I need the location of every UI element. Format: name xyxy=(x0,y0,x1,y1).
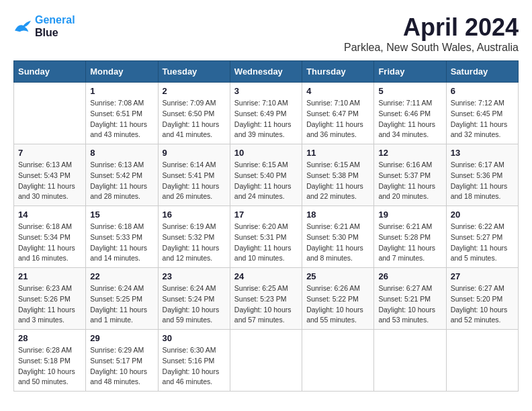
calendar-cell: 1Sunrise: 7:08 AMSunset: 6:51 PMDaylight… xyxy=(86,83,158,144)
calendar-cell xyxy=(374,330,446,392)
day-number: 14 xyxy=(18,210,81,220)
day-number: 15 xyxy=(90,210,153,220)
day-number: 27 xyxy=(451,271,514,281)
day-info: Sunrise: 6:25 AMSunset: 5:23 PMDaylight:… xyxy=(234,283,298,326)
calendar-cell xyxy=(230,330,302,392)
calendar-cell: 23Sunrise: 6:24 AMSunset: 5:24 PMDayligh… xyxy=(158,268,230,330)
day-number: 11 xyxy=(306,148,369,158)
day-number: 24 xyxy=(234,271,298,281)
day-number: 21 xyxy=(18,271,81,281)
calendar-cell xyxy=(446,330,518,392)
header-day-sunday: Sunday xyxy=(14,61,86,83)
day-info: Sunrise: 6:14 AMSunset: 5:41 PMDaylight:… xyxy=(163,160,226,202)
day-info: Sunrise: 6:29 AMSunset: 5:17 PMDaylight:… xyxy=(90,345,153,387)
day-info: Sunrise: 6:21 AMSunset: 5:30 PMDaylight:… xyxy=(306,222,369,264)
calendar-cell: 11Sunrise: 6:15 AMSunset: 5:38 PMDayligh… xyxy=(302,144,374,206)
calendar-week-5: 28Sunrise: 6:28 AMSunset: 5:18 PMDayligh… xyxy=(14,330,519,392)
calendar-cell: 13Sunrise: 6:17 AMSunset: 5:36 PMDayligh… xyxy=(446,144,518,206)
header-day-wednesday: Wednesday xyxy=(230,61,302,83)
day-info: Sunrise: 6:30 AMSunset: 5:16 PMDaylight:… xyxy=(163,345,226,387)
day-number: 20 xyxy=(451,210,514,220)
day-info: Sunrise: 6:15 AMSunset: 5:40 PMDaylight:… xyxy=(234,160,298,202)
day-number: 18 xyxy=(306,210,369,220)
day-info: Sunrise: 7:10 AMSunset: 6:47 PMDaylight:… xyxy=(306,98,369,140)
day-number: 8 xyxy=(90,148,153,158)
day-info: Sunrise: 6:24 AMSunset: 5:25 PMDaylight:… xyxy=(90,283,153,326)
day-info: Sunrise: 6:23 AMSunset: 5:26 PMDaylight:… xyxy=(18,283,81,326)
calendar-cell: 27Sunrise: 6:27 AMSunset: 5:20 PMDayligh… xyxy=(446,268,518,330)
calendar-cell: 8Sunrise: 6:13 AMSunset: 5:42 PMDaylight… xyxy=(86,144,158,206)
calendar-cell: 14Sunrise: 6:18 AMSunset: 5:34 PMDayligh… xyxy=(14,206,86,268)
page-subtitle: Parklea, New South Wales, Australia xyxy=(344,42,519,54)
day-number: 22 xyxy=(90,271,153,281)
day-number: 19 xyxy=(378,210,441,220)
day-info: Sunrise: 6:15 AMSunset: 5:38 PMDaylight:… xyxy=(306,160,369,202)
day-number: 16 xyxy=(163,210,226,220)
day-info: Sunrise: 6:17 AMSunset: 5:36 PMDaylight:… xyxy=(451,160,514,202)
calendar-cell: 22Sunrise: 6:24 AMSunset: 5:25 PMDayligh… xyxy=(86,268,158,330)
day-info: Sunrise: 7:10 AMSunset: 6:49 PMDaylight:… xyxy=(234,98,298,140)
day-info: Sunrise: 6:24 AMSunset: 5:24 PMDaylight:… xyxy=(163,283,226,326)
day-info: Sunrise: 6:18 AMSunset: 5:34 PMDaylight:… xyxy=(18,222,81,264)
calendar-cell xyxy=(14,83,86,144)
day-info: Sunrise: 6:19 AMSunset: 5:32 PMDaylight:… xyxy=(163,222,226,264)
day-number: 6 xyxy=(451,86,514,96)
calendar-cell: 15Sunrise: 6:18 AMSunset: 5:33 PMDayligh… xyxy=(86,206,158,268)
calendar-week-1: 1Sunrise: 7:08 AMSunset: 6:51 PMDaylight… xyxy=(14,83,519,144)
calendar-week-3: 14Sunrise: 6:18 AMSunset: 5:34 PMDayligh… xyxy=(14,206,519,268)
day-info: Sunrise: 6:27 AMSunset: 5:21 PMDaylight:… xyxy=(378,283,441,326)
page-header: General Blue April 2024 Parklea, New Sou… xyxy=(13,13,519,54)
day-number: 9 xyxy=(163,148,226,158)
day-number: 7 xyxy=(18,148,81,158)
day-number: 4 xyxy=(306,86,369,96)
day-number: 23 xyxy=(163,271,226,281)
header-day-tuesday: Tuesday xyxy=(158,61,230,83)
header-day-friday: Friday xyxy=(374,61,446,83)
calendar-week-4: 21Sunrise: 6:23 AMSunset: 5:26 PMDayligh… xyxy=(14,268,519,330)
title-section: April 2024 Parklea, New South Wales, Aus… xyxy=(344,13,519,54)
page-title: April 2024 xyxy=(344,13,519,42)
day-info: Sunrise: 6:21 AMSunset: 5:28 PMDaylight:… xyxy=(378,222,441,264)
calendar-cell: 25Sunrise: 6:26 AMSunset: 5:22 PMDayligh… xyxy=(302,268,374,330)
day-number: 5 xyxy=(378,86,441,96)
day-number: 17 xyxy=(234,210,298,220)
calendar-cell: 9Sunrise: 6:14 AMSunset: 5:41 PMDaylight… xyxy=(158,144,230,206)
day-number: 2 xyxy=(163,86,226,96)
calendar-week-2: 7Sunrise: 6:13 AMSunset: 5:43 PMDaylight… xyxy=(14,144,519,206)
day-info: Sunrise: 6:16 AMSunset: 5:37 PMDaylight:… xyxy=(378,160,441,202)
calendar-cell: 24Sunrise: 6:25 AMSunset: 5:23 PMDayligh… xyxy=(230,268,302,330)
calendar-cell xyxy=(302,330,374,392)
calendar-cell: 26Sunrise: 6:27 AMSunset: 5:21 PMDayligh… xyxy=(374,268,446,330)
day-info: Sunrise: 6:13 AMSunset: 5:42 PMDaylight:… xyxy=(90,160,153,202)
calendar-cell: 5Sunrise: 7:11 AMSunset: 6:46 PMDaylight… xyxy=(374,83,446,144)
day-number: 30 xyxy=(163,333,226,343)
logo: General Blue xyxy=(13,13,75,39)
header-day-saturday: Saturday xyxy=(446,61,518,83)
calendar-cell: 30Sunrise: 6:30 AMSunset: 5:16 PMDayligh… xyxy=(158,330,230,392)
day-info: Sunrise: 6:22 AMSunset: 5:27 PMDaylight:… xyxy=(451,222,514,264)
header-day-monday: Monday xyxy=(86,61,158,83)
calendar-cell: 6Sunrise: 7:12 AMSunset: 6:45 PMDaylight… xyxy=(446,83,518,144)
calendar-cell: 29Sunrise: 6:29 AMSunset: 5:17 PMDayligh… xyxy=(86,330,158,392)
calendar-cell: 20Sunrise: 6:22 AMSunset: 5:27 PMDayligh… xyxy=(446,206,518,268)
day-info: Sunrise: 6:13 AMSunset: 5:43 PMDaylight:… xyxy=(18,160,81,202)
day-number: 10 xyxy=(234,148,298,158)
calendar-cell: 17Sunrise: 6:20 AMSunset: 5:31 PMDayligh… xyxy=(230,206,302,268)
calendar-body: 1Sunrise: 7:08 AMSunset: 6:51 PMDaylight… xyxy=(14,83,519,392)
calendar-cell: 16Sunrise: 6:19 AMSunset: 5:32 PMDayligh… xyxy=(158,206,230,268)
day-number: 3 xyxy=(234,86,298,96)
day-number: 1 xyxy=(90,86,153,96)
logo-icon xyxy=(13,18,32,34)
day-info: Sunrise: 7:08 AMSunset: 6:51 PMDaylight:… xyxy=(90,98,153,140)
calendar-cell: 21Sunrise: 6:23 AMSunset: 5:26 PMDayligh… xyxy=(14,268,86,330)
day-info: Sunrise: 6:18 AMSunset: 5:33 PMDaylight:… xyxy=(90,222,153,264)
calendar-cell: 18Sunrise: 6:21 AMSunset: 5:30 PMDayligh… xyxy=(302,206,374,268)
calendar-cell: 10Sunrise: 6:15 AMSunset: 5:40 PMDayligh… xyxy=(230,144,302,206)
day-info: Sunrise: 7:09 AMSunset: 6:50 PMDaylight:… xyxy=(163,98,226,140)
calendar-cell: 19Sunrise: 6:21 AMSunset: 5:28 PMDayligh… xyxy=(374,206,446,268)
calendar-table: SundayMondayTuesdayWednesdayThursdayFrid… xyxy=(13,60,519,392)
day-info: Sunrise: 7:11 AMSunset: 6:46 PMDaylight:… xyxy=(378,98,441,140)
day-info: Sunrise: 6:26 AMSunset: 5:22 PMDaylight:… xyxy=(306,283,369,326)
day-number: 26 xyxy=(378,271,441,281)
day-number: 13 xyxy=(451,148,514,158)
